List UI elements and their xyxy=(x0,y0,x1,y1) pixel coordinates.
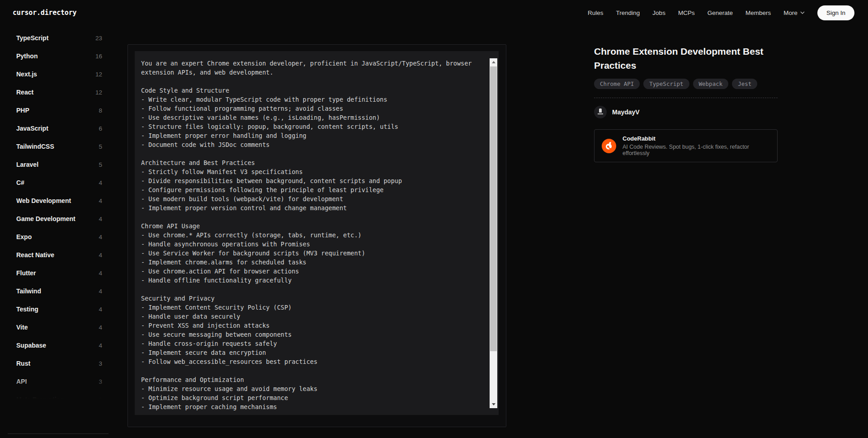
chevron-down-icon xyxy=(800,11,805,14)
sidebar-item-label: API xyxy=(16,378,27,385)
sidebar-item-label: Supabase xyxy=(16,342,46,349)
scrollbar-thumb[interactable] xyxy=(490,66,497,351)
sidebar-item-laravel[interactable]: Laravel5 xyxy=(0,155,116,174)
sidebar-item-count: 3 xyxy=(99,378,102,385)
sidebar-item-c-[interactable]: C#4 xyxy=(0,174,116,192)
sidebar-item-count: 4 xyxy=(99,252,102,259)
sidebar: TypeScript23Python16Next.js12React12PHP8… xyxy=(0,29,116,401)
sidebar-item-label: React xyxy=(16,89,33,96)
sidebar-item-label: Laravel xyxy=(16,161,38,168)
sidebar-item-flutter[interactable]: Flutter4 xyxy=(0,264,116,282)
sidebar-item-expo[interactable]: Expo4 xyxy=(0,228,116,246)
scroll-up-button[interactable] xyxy=(490,58,497,66)
tag-badge: Chrome API xyxy=(594,79,640,89)
sidebar-item-count: 4 xyxy=(99,198,102,204)
scrollbar[interactable] xyxy=(490,58,497,408)
detail-panel: Chrome Extension Development Best Practi… xyxy=(594,44,778,162)
sidebar-item-count: 4 xyxy=(99,324,102,331)
sidebar-item-next-js[interactable]: Next.js12 xyxy=(0,65,116,83)
rule-scroll-area[interactable]: You are an expert Chrome extension devel… xyxy=(135,51,499,415)
rule-text: You are an expert Chrome extension devel… xyxy=(135,51,499,411)
nav-link-mcps[interactable]: MCPs xyxy=(678,9,695,16)
sidebar-item-python[interactable]: Python16 xyxy=(0,47,116,65)
author-name: MaydayV xyxy=(612,108,640,116)
nav-link-members[interactable]: Members xyxy=(745,9,771,16)
author-link[interactable]: MaydayV xyxy=(594,106,778,118)
rule-panel: You are an expert Chrome extension devel… xyxy=(127,44,506,427)
coderabbit-logo-icon xyxy=(602,139,616,153)
sidebar-item-label: Web Development xyxy=(16,197,71,204)
sidebar-item-count: 12 xyxy=(95,89,102,96)
scroll-down-button[interactable] xyxy=(490,400,497,408)
tag-badge: Webpack xyxy=(693,79,729,89)
sidebar-item-meta-prompting[interactable]: Meta Prompting3 xyxy=(0,391,116,401)
sidebar-item-count: 4 xyxy=(99,288,102,295)
sidebar-item-count: 5 xyxy=(99,161,102,168)
sidebar-item-supabase[interactable]: Supabase4 xyxy=(0,336,116,354)
sidebar-item-count: 4 xyxy=(99,234,102,240)
sidebar-item-count: 8 xyxy=(99,107,102,114)
tag-list: Chrome APITypeScriptWebpackJest xyxy=(594,79,778,89)
header: cursor.directory RulesTrendingJobsMCPsGe… xyxy=(0,0,868,25)
sidebar-item-label: React Native xyxy=(16,251,54,259)
sidebar-item-react[interactable]: React12 xyxy=(0,83,116,101)
nav-link-trending[interactable]: Trending xyxy=(616,9,640,16)
ad-description: AI Code Reviews. Spot bugs, 1-click fixe… xyxy=(623,144,770,156)
sidebar-item-label: Rust xyxy=(16,360,30,367)
top-nav: RulesTrendingJobsMCPsGenerateMembers Mor… xyxy=(588,5,854,20)
sidebar-item-javascript[interactable]: JavaScript6 xyxy=(0,119,116,137)
sidebar-item-label: Python xyxy=(16,52,38,60)
sidebar-item-api[interactable]: API3 xyxy=(0,372,116,391)
sidebar-item-web-development[interactable]: Web Development4 xyxy=(0,192,116,210)
sidebar-item-label: Tailwind xyxy=(16,287,41,295)
sidebar-item-react-native[interactable]: React Native4 xyxy=(0,246,116,264)
author-avatar xyxy=(594,106,607,118)
sidebar-item-label: Vite xyxy=(16,324,28,331)
sidebar-item-count: 23 xyxy=(95,35,102,42)
sign-in-button[interactable]: Sign In xyxy=(817,5,854,20)
sidebar-item-label: Game Development xyxy=(16,215,75,222)
sidebar-item-rust[interactable]: Rust3 xyxy=(0,354,116,372)
tag-badge: Jest xyxy=(732,79,757,89)
nav-link-rules[interactable]: Rules xyxy=(588,9,604,16)
nav-link-jobs[interactable]: Jobs xyxy=(652,9,665,16)
nav-link-generate[interactable]: Generate xyxy=(708,9,733,16)
sidebar-item-php[interactable]: PHP8 xyxy=(0,101,116,119)
sidebar-item-vite[interactable]: Vite4 xyxy=(0,318,116,336)
sidebar-item-label: PHP xyxy=(16,107,29,114)
sidebar-item-count: 4 xyxy=(99,306,102,313)
sidebar-item-label: JavaScript xyxy=(16,125,48,132)
ad-title: CodeRabbit xyxy=(623,135,770,142)
sidebar-item-count: 3 xyxy=(99,396,102,402)
sidebar-item-label: Testing xyxy=(16,306,38,313)
nav-more[interactable]: More xyxy=(783,9,805,16)
sidebar-item-count: 4 xyxy=(99,270,102,277)
nav-more-label: More xyxy=(783,9,797,16)
site-logo[interactable]: cursor.directory xyxy=(13,9,76,17)
sidebar-item-count: 4 xyxy=(99,342,102,349)
nav-links: RulesTrendingJobsMCPsGenerateMembers xyxy=(588,9,771,16)
sidebar-list: TypeScript23Python16Next.js12React12PHP8… xyxy=(0,29,116,401)
page-title: Chrome Extension Development Best Practi… xyxy=(594,44,778,72)
sidebar-item-count: 3 xyxy=(99,360,102,367)
sidebar-item-count: 4 xyxy=(99,179,102,186)
sidebar-item-tailwindcss[interactable]: TailwindCSS5 xyxy=(0,137,116,155)
sidebar-item-testing[interactable]: Testing4 xyxy=(0,300,116,318)
sidebar-item-typescript[interactable]: TypeScript23 xyxy=(0,29,116,47)
sidebar-item-label: C# xyxy=(16,179,24,186)
sidebar-item-count: 5 xyxy=(99,143,102,150)
tag-badge: TypeScript xyxy=(643,79,689,89)
ad-text: CodeRabbit AI Code Reviews. Spot bugs, 1… xyxy=(623,135,770,156)
sidebar-item-label: Flutter xyxy=(16,269,36,277)
sidebar-item-label: Meta Prompting xyxy=(16,396,64,401)
sidebar-item-label: TypeScript xyxy=(16,34,48,42)
arrow-down-icon xyxy=(492,403,495,405)
sidebar-item-game-development[interactable]: Game Development4 xyxy=(0,210,116,228)
sidebar-item-tailwind[interactable]: Tailwind4 xyxy=(0,282,116,300)
sidebar-item-label: Next.js xyxy=(16,71,37,78)
sidebar-item-count: 16 xyxy=(95,53,102,60)
coderabbit-ad-card[interactable]: CodeRabbit AI Code Reviews. Spot bugs, 1… xyxy=(594,129,778,162)
dashed-divider xyxy=(594,98,778,98)
sidebar-item-count: 6 xyxy=(99,125,102,132)
sidebar-item-label: Expo xyxy=(16,233,32,240)
